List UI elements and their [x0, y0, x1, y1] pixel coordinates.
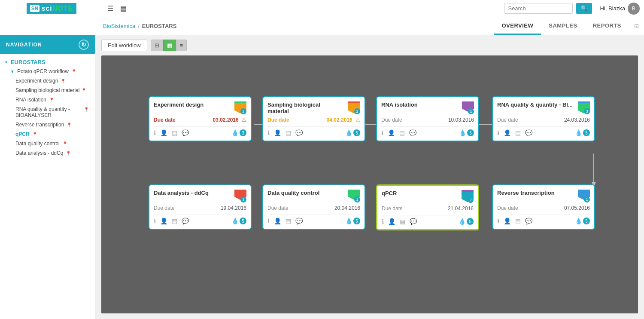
toolbar: Edit workflow ⊞ ▦ ≡ [95, 35, 644, 55]
chat-icon[interactable]: 💬 [182, 218, 189, 224]
chat-icon[interactable]: 💬 [410, 218, 417, 225]
sidebar-item-rna-isolation[interactable]: RNA isolation 📍 [4, 95, 91, 104]
logo-icon: SN [30, 5, 40, 12]
chat-icon[interactable]: 💬 [409, 129, 416, 136]
logo[interactable]: SN sciNOTE [27, 3, 76, 14]
drop-badge: 💧 5 [575, 218, 590, 224]
table-icon[interactable]: ▤ [286, 218, 291, 224]
card-qpcr[interactable]: qPCR 2 Due date 21.04.2016 ℹ 👤 ▤ 💬 [376, 184, 479, 230]
info-icon[interactable]: ℹ [154, 129, 156, 136]
tab-reports[interactable]: REPORTS [585, 17, 629, 35]
drop-badge: 💧 5 [231, 218, 246, 224]
sidebar-item-sampling[interactable]: Sampling biological material 📍 [4, 86, 91, 95]
table-icon[interactable]: ▤ [400, 218, 405, 225]
table-icon[interactable]: ▤ [286, 129, 291, 136]
edit-workflow-button[interactable]: Edit workflow [101, 40, 147, 51]
stats-icon[interactable]: ▤ [120, 4, 127, 12]
drop-icon: 💧 [575, 129, 582, 136]
card-footer: ℹ 👤 ▤ 💬 💧 5 [381, 126, 474, 136]
user-icon[interactable]: 👤 [160, 129, 167, 136]
sidebar-item-qpcr[interactable]: qPCR 📍 [4, 129, 91, 139]
card-sampling-bio[interactable]: Sampling biological material 2 Due date … [262, 96, 365, 141]
info-icon[interactable]: ℹ [267, 129, 270, 136]
info-icon[interactable]: ℹ [381, 129, 383, 136]
sidebar-item-label: Experiment design [15, 78, 58, 84]
sidebar-header: NAVIGATION ↻ [0, 35, 95, 54]
drop-num: 5 [240, 218, 246, 224]
due-date: 07.05.2016 [564, 205, 590, 211]
hamburger-icon[interactable]: ☰ [107, 4, 113, 12]
view-list-button[interactable]: ≡ [176, 40, 187, 51]
info-icon[interactable]: ℹ [267, 218, 270, 224]
sidebar-nav-label: NAVIGATION [6, 42, 42, 48]
view-grid-button[interactable]: ⊞ [151, 40, 163, 51]
sidebar-refresh-icon[interactable]: ↻ [79, 40, 89, 50]
pin-icon: 📍 [81, 88, 86, 93]
card-header: RNA isolation 1 [381, 101, 474, 114]
table-icon[interactable]: ▤ [399, 129, 405, 136]
user-icon[interactable]: 👤 [388, 129, 395, 136]
card-rna-isolation[interactable]: RNA isolation 1 Due date 10.03.2016 ℹ 👤 … [376, 96, 479, 141]
table-icon[interactable]: ▤ [515, 129, 521, 136]
view-table-button[interactable]: ▦ [163, 40, 176, 51]
chat-icon[interactable]: 💬 [525, 218, 532, 224]
drop-icon: 💧 [459, 218, 466, 225]
due-date: 03.02.2016 [213, 117, 239, 123]
info-icon[interactable]: ℹ [382, 218, 384, 225]
drop-badge: 💧 5 [575, 129, 590, 136]
table-icon[interactable]: ▤ [515, 218, 521, 224]
avatar[interactable]: B [628, 3, 640, 15]
chat-icon[interactable]: 💬 [295, 218, 303, 224]
user-icon[interactable]: 👤 [504, 129, 511, 136]
expand-icon: ▼ [10, 69, 15, 74]
tab-overview[interactable]: OVERVIEW [494, 17, 541, 35]
user-icon[interactable]: 👤 [504, 218, 511, 224]
due-label: Due date [154, 117, 176, 123]
tab-samples[interactable]: SAMPLES [541, 17, 585, 35]
table-icon[interactable]: ▤ [172, 218, 177, 224]
user-icon[interactable]: 👤 [160, 218, 167, 224]
card-footer: ℹ 👤 ▤ 💬 💧 5 [497, 215, 590, 224]
info-icon[interactable]: ℹ [497, 218, 499, 224]
info-icon[interactable]: ℹ [497, 129, 499, 136]
tag-num: 2 [240, 108, 246, 114]
sidebar-project-header[interactable]: ▼ EUROSTARS [4, 58, 91, 67]
tab-extra-icon[interactable]: ⊡ [629, 17, 644, 35]
card-data-quality[interactable]: Data quality control 1 Due date 20.04.20… [262, 184, 365, 230]
sidebar-item-label: qPCR [15, 131, 30, 137]
sidebar-item-data-quality[interactable]: Data quality control 📍 [4, 139, 91, 148]
card-data-analysis[interactable]: Data analysis - ddCq 1 Due date 19.04.20… [149, 184, 252, 230]
sidebar-item-rna-quality[interactable]: RNA quality & quantity - BIOANALYSER 📍 [4, 104, 91, 120]
search-input[interactable] [504, 3, 573, 14]
view-btn-group: ⊞ ▦ ≡ [151, 40, 187, 51]
tag-num: 1 [468, 108, 474, 114]
due-label: Due date [382, 206, 403, 212]
user-icon[interactable]: 👤 [388, 218, 395, 225]
sidebar-item-potato-workflow[interactable]: ▼ Potato qPCR workflow 📍 [4, 67, 91, 76]
user-icon[interactable]: 👤 [274, 218, 281, 224]
card-rna-quality[interactable]: RNA quality & quantity - BI... 3 Due dat… [492, 96, 595, 141]
info-icon[interactable]: ℹ [154, 218, 156, 224]
chat-icon[interactable]: 💬 [182, 129, 189, 136]
pin-icon: 📍 [49, 98, 54, 102]
sidebar-item-experiment-design[interactable]: Experiment design 📍 [4, 76, 91, 86]
chat-icon[interactable]: 💬 [525, 129, 532, 136]
sub-header: BioSistemica / EUROSTARS OVERVIEW SAMPLE… [0, 17, 644, 35]
card-reverse-transcription[interactable]: Reverse transcription 1 Due date 07.05.2… [492, 184, 595, 230]
canvas-area[interactable]: Experiment design 2 Due date 03.02.2016 … [101, 55, 638, 313]
sidebar-item-data-analysis[interactable]: Data analysis - ddCq 📍 [4, 148, 91, 158]
chat-icon[interactable]: 💬 [295, 129, 303, 136]
due-date: 10.03.2016 [448, 117, 474, 123]
drop-icon: 💧 [575, 218, 582, 224]
due-label: Due date [154, 205, 175, 211]
pin-icon: 📍 [71, 69, 76, 74]
search-area: 🔍 Hi, Blazka B [504, 3, 640, 15]
sidebar-item-reverse-transcription[interactable]: Reverse transcription 📍 [4, 120, 91, 129]
card-experiment-design[interactable]: Experiment design 2 Due date 03.02.2016 … [149, 96, 252, 141]
table-icon[interactable]: ▤ [172, 129, 177, 136]
drop-icon: 💧 [459, 129, 466, 136]
breadcrumb-parent[interactable]: BioSistemica [103, 23, 135, 29]
search-button[interactable]: 🔍 [576, 3, 592, 14]
breadcrumb-separator: / [138, 23, 140, 29]
user-icon[interactable]: 👤 [274, 129, 281, 136]
